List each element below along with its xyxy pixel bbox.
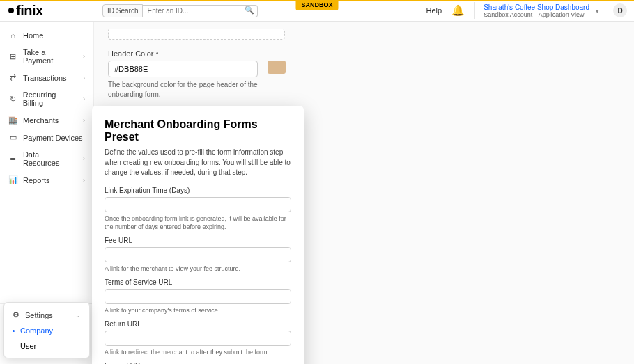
- chevron-right-icon: ›: [83, 177, 85, 184]
- sidebar-item-label: Data Resources: [23, 150, 77, 167]
- notifications-icon[interactable]: 🔔: [451, 4, 465, 17]
- field-help-fee-url: A link for the merchant to view your fee…: [105, 264, 291, 273]
- account-switcher[interactable]: Sharath's Coffee Shop Dashboard Sandbox …: [474, 2, 602, 19]
- sidebar-item-label: Transactions: [23, 74, 67, 82]
- field-label-tos-url: Terms of Service URL: [105, 278, 291, 286]
- search-icon[interactable]: 🔍: [245, 6, 254, 15]
- sidebar-item-label: Recurring Billing: [23, 90, 77, 107]
- header-color-label: Header Color *: [108, 49, 620, 58]
- sidebar-item-merchants[interactable]: 🏬Merchants›: [0, 111, 93, 129]
- search-id-badge: ID Search: [102, 4, 143, 17]
- settings-popover: ⚙ Settings ⌄ Company User: [3, 302, 90, 358]
- field-help-return-url: A link to redirect the merchant to after…: [105, 348, 291, 356]
- chevron-right-icon: ›: [83, 155, 85, 162]
- settings-user[interactable]: User: [4, 338, 89, 354]
- modal-title: Merchant Onboarding Forms Preset: [105, 118, 291, 143]
- sidebar-item-devices[interactable]: ▭Payment Devices: [0, 129, 93, 146]
- data-icon: ≣: [8, 155, 17, 164]
- sidebar-item-reports[interactable]: 📊Reports›: [0, 171, 93, 189]
- settings-item-label: Company: [20, 326, 53, 335]
- sidebar-item-label: Payment Devices: [23, 134, 83, 142]
- account-name: Sharath's Coffee Shop Dashboard: [484, 3, 589, 11]
- field-help-expiration: Once the onboarding form link is generat…: [105, 214, 291, 231]
- sidebar-item-recurring[interactable]: ↻Recurring Billing›: [0, 86, 93, 111]
- sidebar-item-home[interactable]: ⌂Home: [0, 27, 93, 44]
- sidebar-item-label: Home: [23, 31, 43, 40]
- upload-dropzone[interactable]: [108, 29, 285, 40]
- return-url-input[interactable]: [105, 331, 291, 346]
- chevron-right-icon: ›: [83, 74, 85, 81]
- store-icon: 🏬: [8, 116, 17, 125]
- modal-intro: Define the values used to pre-fill the f…: [105, 148, 291, 178]
- sidebar-item-transactions[interactable]: ⇄Transactions›: [0, 69, 93, 86]
- home-icon: ⌂: [8, 31, 17, 40]
- settings-popover-header[interactable]: ⚙ Settings ⌄: [4, 307, 89, 323]
- onboarding-preset-modal: Merchant Onboarding Forms Preset Define …: [92, 106, 304, 364]
- brand-name: finix: [16, 3, 43, 19]
- sidebar-item-label: Take a Payment: [23, 48, 77, 65]
- device-icon: ▭: [8, 133, 17, 142]
- header-color-input[interactable]: [108, 61, 258, 77]
- search-input[interactable]: [143, 5, 258, 17]
- reports-icon: 📊: [8, 175, 17, 184]
- field-label-fee-url: Fee URL: [105, 237, 291, 244]
- account-subline: Sandbox Account·Application View: [484, 11, 589, 18]
- gear-icon: ⚙: [13, 310, 20, 319]
- chevron-right-icon: ›: [83, 95, 85, 102]
- settings-item-label: User: [20, 342, 36, 350]
- expiration-input[interactable]: [105, 197, 291, 212]
- sidebar-item-label: Merchants: [23, 116, 59, 125]
- sandbox-tag: SANDBOX: [295, 0, 338, 10]
- tos-url-input[interactable]: [105, 289, 291, 304]
- sidebar-item-label: Reports: [23, 176, 50, 184]
- brand-logo: finix: [0, 3, 94, 19]
- chevron-down-icon: ▾: [596, 8, 599, 15]
- help-link[interactable]: Help: [426, 6, 442, 15]
- chevron-right-icon: ›: [83, 53, 85, 60]
- field-label-expiration: Link Expiration Time (Days): [105, 187, 291, 194]
- avatar[interactable]: D: [613, 3, 627, 17]
- settings-company[interactable]: Company: [4, 323, 89, 338]
- field-help-tos-url: A link to your company's terms of servic…: [105, 306, 291, 315]
- sidebar-item-data[interactable]: ≣Data Resources›: [0, 146, 93, 171]
- card-icon: ⊞: [8, 52, 17, 61]
- field-label-return-url: Return URL: [105, 320, 291, 328]
- header-color-help: The background color for the page header…: [108, 80, 289, 100]
- transactions-icon: ⇄: [8, 73, 17, 82]
- chevron-right-icon: ⌄: [75, 312, 81, 319]
- header-color-swatch[interactable]: [268, 61, 286, 74]
- sidebar-item-take-payment[interactable]: ⊞Take a Payment›: [0, 44, 93, 69]
- recurring-icon: ↻: [8, 95, 17, 104]
- topbar: finix ID Search 🔍 SANDBOX Help 🔔 Sharath…: [0, 0, 634, 22]
- active-dot-icon: [13, 330, 15, 332]
- fee-url-input[interactable]: [105, 247, 291, 262]
- chevron-right-icon: ›: [83, 117, 85, 124]
- settings-label: Settings: [25, 311, 53, 319]
